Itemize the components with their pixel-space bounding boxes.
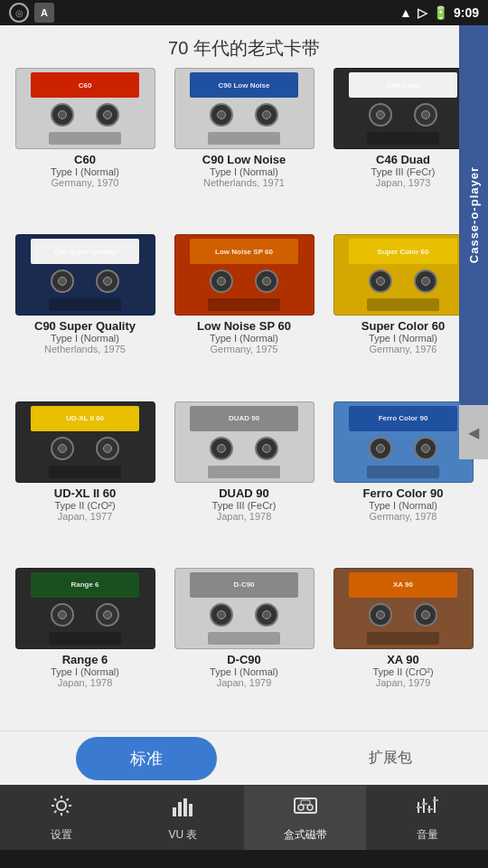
- cassette-name-ferrocolor: Ferro Color 90: [363, 486, 444, 500]
- cassette-type-c90ln: Type I (Normal): [210, 166, 278, 177]
- cassette-origin-c46duad: Japan, 1973: [376, 177, 431, 188]
- cassette-name-c60: C60: [74, 153, 96, 166]
- tab-label-vu: VU 表: [168, 827, 197, 843]
- cassette-item-c46duad[interactable]: C46 Duad C46 Duad Type III (FeCr) Japan,…: [325, 68, 481, 231]
- cassette-image-c46duad: C46 Duad: [333, 68, 474, 149]
- cassette-origin-c60: Germany, 1970: [51, 177, 118, 188]
- time-display: 9:09: [454, 5, 479, 20]
- cassette-origin-udxl: Japan, 1977: [58, 511, 113, 522]
- cassette-item-lnsp60[interactable]: Low Noise SP 60 Low Noise SP 60 Type I (…: [166, 234, 322, 397]
- a-icon: A: [34, 3, 54, 23]
- cassette-type-range6: Type I (Normal): [51, 666, 119, 677]
- cassette-item-range6[interactable]: Range 6 Range 6 Type I (Normal) Japan, 1…: [7, 568, 163, 731]
- svg-rect-10: [178, 802, 182, 816]
- cassette-name-c90ln: C90 Low Noise: [202, 153, 286, 166]
- cassette-item-c90ln[interactable]: C90 Low Noise C90 Low Noise Type I (Norm…: [166, 68, 322, 231]
- svg-rect-11: [183, 798, 187, 816]
- cassette-item-duad90[interactable]: DUAD 90 DUAD 90 Type III (FeCr) Japan, 1…: [166, 401, 322, 564]
- cassette-origin-c90ln: Netherlands, 1971: [203, 177, 285, 188]
- right-tab[interactable]: Casse-o-player: [459, 25, 488, 405]
- cassette-origin-ferrocolor: Germany, 1978: [369, 511, 436, 522]
- tab-settings[interactable]: 设置: [0, 786, 122, 850]
- compass-icon: ◎: [9, 3, 29, 23]
- svg-line-6: [54, 798, 56, 800]
- bottom-tabs: 设置 VU 表 盒式磁带 音量: [0, 785, 488, 850]
- cassette-image-dc90: D-C90: [174, 568, 314, 649]
- svg-line-8: [66, 798, 68, 800]
- right-arrow[interactable]: [459, 405, 488, 459]
- cassette-image-udxl: UD-XL II 60: [15, 401, 155, 483]
- cassette-type-ferrocolor: Type I (Normal): [369, 500, 437, 511]
- cassette-image-c60: C60: [15, 68, 155, 149]
- cassette-item-sc60[interactable]: Super Color 60 Super Color 60 Type I (No…: [325, 234, 481, 397]
- svg-rect-16: [301, 800, 310, 805]
- cassette-image-ferrocolor: Ferro Color 90: [333, 401, 474, 483]
- signal-icon: ▷: [418, 5, 427, 20]
- cassette-name-udxl: UD-XL II 60: [54, 486, 116, 500]
- cassette-type-c90sq: Type I (Normal): [51, 333, 119, 344]
- cassette-origin-duad90: Japan, 1978: [217, 511, 272, 522]
- wifi-icon: ▲: [399, 5, 412, 20]
- cassette-origin-range6: Japan, 1978: [58, 677, 113, 688]
- svg-line-2: [66, 810, 68, 812]
- cassette-item-xa90[interactable]: XA 90 XA 90 Type II (CrO²) Japan, 1979: [325, 568, 481, 731]
- cassette-item-udxl[interactable]: UD-XL II 60 UD-XL II 60 Type II (CrO²) J…: [7, 401, 163, 564]
- main-content: Casse-o-player 70 年代的老式卡带 C60 C60: [0, 25, 488, 785]
- cassette-image-sc60: Super Color 60: [333, 234, 474, 316]
- cassette-type-lnsp60: Type I (Normal): [210, 333, 278, 344]
- svg-point-0: [57, 801, 66, 810]
- cassette-image-c90ln: C90 Low Noise: [174, 68, 314, 149]
- cassette-type-c60: Type I (Normal): [51, 166, 119, 177]
- tab-label-cassette: 盒式磁带: [284, 827, 327, 843]
- cassette-name-sc60: Super Color 60: [361, 319, 445, 333]
- cassette-icon: [293, 793, 318, 818]
- cassette-type-sc60: Type I (Normal): [369, 333, 437, 344]
- cassette-origin-sc60: Germany, 1976: [369, 344, 436, 354]
- standard-button[interactable]: 标准: [76, 737, 217, 780]
- cassette-name-dc90: D-C90: [227, 653, 261, 666]
- settings-icon: [49, 793, 74, 818]
- cassette-origin-dc90: Japan, 1979: [217, 677, 272, 688]
- cassette-name-c90sq: C90 Super Quality: [34, 319, 136, 333]
- vu-icon: [171, 793, 196, 818]
- cassette-name-lnsp60: Low Noise SP 60: [197, 319, 291, 333]
- cassette-origin-lnsp60: Germany, 1975: [210, 344, 277, 354]
- cassette-item-c60[interactable]: C60 C60 Type I (Normal) Germany, 1970: [7, 68, 163, 231]
- tab-vu[interactable]: VU 表: [122, 786, 244, 850]
- svg-point-14: [298, 805, 304, 810]
- status-bar: ◎ A ▲ ▷ 🔋 9:09: [0, 0, 488, 25]
- volume-icon: [415, 793, 440, 818]
- page-title: 70 年代的老式卡带: [0, 25, 488, 68]
- svg-line-4: [54, 810, 56, 812]
- cassette-origin-c90sq: Netherlands, 1975: [44, 344, 126, 354]
- tab-label-volume: 音量: [417, 827, 438, 843]
- cassette-type-xa90: Type II (CrO²): [372, 666, 433, 677]
- cassette-name-xa90: XA 90: [387, 653, 419, 666]
- cassette-type-dc90: Type I (Normal): [210, 666, 278, 677]
- svg-rect-9: [173, 807, 176, 816]
- cassette-image-c90sq: C90 Super Quality: [15, 234, 155, 316]
- cassette-image-lnsp60: Low Noise SP 60: [174, 234, 314, 316]
- cassette-origin-xa90: Japan, 1979: [376, 677, 431, 688]
- tab-cassette[interactable]: 盒式磁带: [244, 786, 366, 850]
- bottom-buttons: 标准 扩展包: [0, 731, 488, 785]
- cassette-type-udxl: Type II (CrO²): [54, 500, 115, 511]
- right-tab-label: Casse-o-player: [467, 166, 481, 263]
- cassette-item-c90sq[interactable]: C90 Super Quality C90 Super Quality Type…: [7, 234, 163, 397]
- battery-icon: 🔋: [433, 5, 448, 20]
- tab-volume[interactable]: 音量: [366, 786, 488, 850]
- svg-point-15: [307, 805, 313, 810]
- cassette-item-dc90[interactable]: D-C90 D-C90 Type I (Normal) Japan, 1979: [166, 568, 322, 731]
- cassette-grid: C60 C60 Type I (Normal) Germany, 1970: [0, 68, 488, 731]
- cassette-name-duad90: DUAD 90: [219, 486, 269, 500]
- cassette-type-c46duad: Type III (FeCr): [371, 166, 436, 177]
- cassette-name-range6: Range 6: [62, 653, 108, 666]
- cassette-image-duad90: DUAD 90: [174, 401, 314, 483]
- svg-rect-12: [189, 804, 192, 816]
- cassette-image-xa90: XA 90: [333, 568, 474, 649]
- cassette-image-range6: Range 6: [15, 568, 155, 649]
- cassette-item-ferrocolor[interactable]: Ferro Color 90 Ferro Color 90 Type I (No…: [325, 401, 481, 564]
- tab-label-settings: 设置: [51, 827, 72, 843]
- cassette-type-duad90: Type III (FeCr): [212, 500, 277, 511]
- expansion-button[interactable]: 扩展包: [369, 749, 412, 768]
